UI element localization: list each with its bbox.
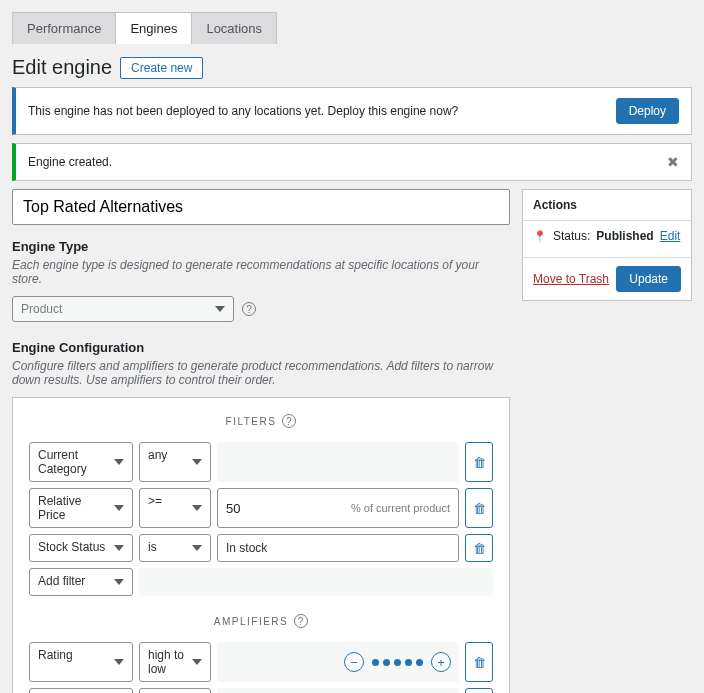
create-new-button[interactable]: Create new — [120, 57, 203, 79]
engine-config-desc: Configure filters and amplifiers to gene… — [12, 359, 510, 387]
engine-type-select[interactable]: Product — [12, 296, 234, 322]
filter-field-select[interactable]: Relative Price — [29, 488, 133, 528]
filter-value-input[interactable]: 50 % of current product — [217, 488, 459, 528]
decrease-weight-button[interactable]: − — [344, 652, 364, 672]
engine-name-input[interactable] — [12, 189, 510, 225]
delete-amplifier-button[interactable]: 🗑 — [465, 642, 493, 682]
amplifier-field-select[interactable]: Freshness — [29, 688, 133, 693]
tab-performance[interactable]: Performance — [12, 12, 116, 44]
actions-heading: Actions — [523, 190, 691, 221]
deploy-notice: This engine has not been deployed to any… — [12, 87, 692, 135]
filters-label: FILTERS — [226, 416, 277, 427]
deploy-button[interactable]: Deploy — [616, 98, 679, 124]
edit-status-link[interactable]: Edit — [660, 229, 681, 243]
trash-icon: 🗑 — [473, 541, 486, 556]
status-label: Status: — [553, 229, 590, 243]
tab-locations[interactable]: Locations — [191, 12, 277, 44]
filter-op-select[interactable]: any — [139, 442, 211, 482]
config-box: FILTERS ? Current Category any 🗑 Relativ… — [12, 397, 510, 693]
trash-icon: 🗑 — [473, 501, 486, 516]
update-button[interactable]: Update — [616, 266, 681, 292]
engine-config-heading: Engine Configuration — [12, 340, 510, 355]
amplifier-field-select[interactable]: Rating — [29, 642, 133, 682]
engine-type-heading: Engine Type — [12, 239, 510, 254]
help-icon[interactable]: ? — [242, 302, 256, 316]
dismiss-icon[interactable]: ✖ — [667, 154, 679, 170]
amplifier-op-select[interactable]: high to low — [139, 642, 211, 682]
deploy-notice-text: This engine has not been deployed to any… — [28, 104, 458, 118]
help-icon[interactable]: ? — [282, 414, 296, 428]
delete-filter-button[interactable]: 🗑 — [465, 442, 493, 482]
filter-op-select[interactable]: >= — [139, 488, 211, 528]
actions-panel: Actions 📍 Status: Published Edit Move to… — [522, 189, 692, 301]
amplifier-op-select[interactable]: new to old — [139, 688, 211, 693]
delete-amplifier-button[interactable]: 🗑 — [465, 688, 493, 693]
help-icon[interactable]: ? — [294, 614, 308, 628]
add-filter-select[interactable]: Add filter — [29, 568, 133, 596]
filter-op-select[interactable]: is — [139, 534, 211, 562]
status-value: Published — [596, 229, 653, 243]
trash-icon: 🗑 — [473, 455, 486, 470]
move-to-trash-link[interactable]: Move to Trash — [533, 272, 609, 286]
increase-weight-button[interactable]: + — [431, 652, 451, 672]
tab-engines[interactable]: Engines — [115, 12, 192, 44]
created-notice-text: Engine created. — [28, 155, 112, 169]
amplifiers-label: AMPLIFIERS — [214, 616, 288, 627]
weight-indicator — [372, 659, 423, 666]
page-title: Edit engine — [12, 56, 112, 79]
delete-filter-button[interactable]: 🗑 — [465, 534, 493, 562]
filter-field-select[interactable]: Stock Status — [29, 534, 133, 562]
filter-value-select[interactable]: In stock — [217, 534, 459, 562]
engine-type-desc: Each engine type is designed to generate… — [12, 258, 510, 286]
trash-icon: 🗑 — [473, 655, 486, 670]
pin-icon: 📍 — [533, 230, 547, 243]
created-notice: Engine created. ✖ — [12, 143, 692, 181]
filter-value — [217, 442, 459, 482]
delete-filter-button[interactable]: 🗑 — [465, 488, 493, 528]
filter-field-select[interactable]: Current Category — [29, 442, 133, 482]
